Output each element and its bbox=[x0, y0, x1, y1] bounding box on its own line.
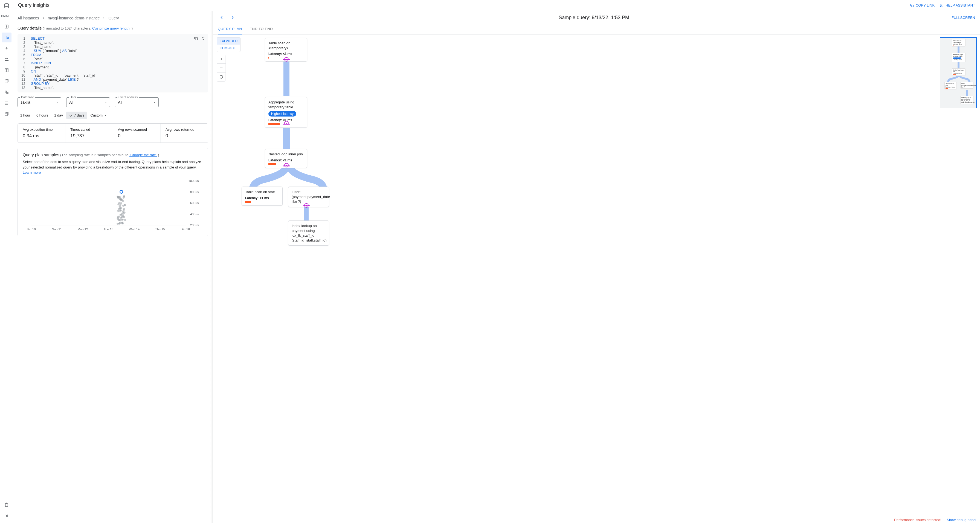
show-debug-link[interactable]: Show debug panel bbox=[947, 518, 976, 522]
svg-point-80 bbox=[118, 197, 119, 199]
plan-node[interactable]: Filter: (payment.payment_date like ?) bbox=[288, 186, 329, 207]
nav-clipboard-icon[interactable] bbox=[2, 500, 11, 510]
performance-alert: Performance issues detected! bbox=[894, 518, 941, 522]
breadcrumb-item[interactable]: Query bbox=[108, 16, 119, 20]
nav-tables-icon[interactable] bbox=[2, 65, 11, 75]
left-sidebar: PRIM… bbox=[0, 0, 13, 523]
svg-point-84 bbox=[120, 191, 123, 193]
next-sample-button[interactable] bbox=[229, 14, 236, 21]
svg-point-79 bbox=[122, 222, 124, 224]
chevron-down-icon bbox=[104, 101, 108, 104]
nav-overview-icon[interactable] bbox=[2, 22, 11, 32]
svg-point-71 bbox=[122, 215, 124, 217]
svg-point-47 bbox=[119, 222, 121, 224]
svg-text:Fri 16: Fri 16 bbox=[182, 227, 189, 231]
sample-query-title: Sample query: 9/13/22, 1:53 PM bbox=[240, 15, 948, 21]
breadcrumb-item[interactable]: mysql-instance-demo-instance bbox=[48, 16, 100, 20]
truncated-note: (Truncated to 1024 characters. Customize… bbox=[43, 26, 133, 30]
breadcrumb: All instances mysql-instance-demo-instan… bbox=[18, 16, 208, 20]
change-rate-link[interactable]: Change the rate. bbox=[129, 153, 157, 157]
svg-point-68 bbox=[117, 217, 119, 219]
svg-text:Mon 12: Mon 12 bbox=[78, 227, 88, 231]
breadcrumb-item[interactable]: All instances bbox=[18, 16, 39, 20]
scatter-chart[interactable]: 200us400us600us800us1000usSat 10Sun 11Mo… bbox=[25, 179, 203, 234]
minimap[interactable]: Table scan on <temporary>Latency: <1 ms … bbox=[940, 37, 977, 108]
svg-text:800us: 800us bbox=[190, 190, 199, 193]
chevron-down-icon bbox=[56, 101, 59, 104]
client-address-filter[interactable]: Client address All bbox=[115, 97, 159, 107]
tab-end-to-end[interactable]: END TO END bbox=[250, 24, 273, 34]
expanded-toggle[interactable]: EXPANDED bbox=[217, 38, 240, 45]
learn-more-link[interactable]: Learn more bbox=[23, 170, 41, 175]
plan-node[interactable]: Index lookup on payment using idx_fk_sta… bbox=[288, 221, 329, 246]
svg-point-83 bbox=[121, 213, 123, 215]
svg-point-81 bbox=[120, 217, 122, 219]
svg-point-60 bbox=[123, 208, 125, 210]
code-gutter: 12345678910111213 bbox=[21, 37, 31, 90]
product-logo-icon bbox=[3, 3, 10, 10]
svg-point-74 bbox=[120, 207, 122, 209]
svg-point-35 bbox=[124, 219, 126, 221]
reset-zoom-button[interactable] bbox=[217, 73, 226, 81]
query-details-title: Query details bbox=[18, 26, 41, 30]
compact-toggle[interactable]: COMPACT bbox=[217, 45, 240, 52]
help-button[interactable]: HELP ASSISTANT bbox=[940, 3, 975, 8]
customize-query-length-link[interactable]: Customize query length. bbox=[92, 26, 130, 30]
query-plan-samples-card: Query plan samples (The sampling rate is… bbox=[18, 148, 208, 236]
plan-graph[interactable]: ▾ ▾ ▾ ▾ Tabl bbox=[213, 35, 980, 523]
copy-code-icon[interactable] bbox=[193, 36, 198, 41]
view-mode-toggle: EXPANDED COMPACT bbox=[217, 37, 240, 52]
svg-point-29 bbox=[122, 200, 124, 202]
edge-knob-icon[interactable]: ▾ bbox=[284, 57, 289, 62]
nav-settings-icon[interactable] bbox=[2, 109, 11, 119]
plan-node[interactable]: Table scan on staff Latency: <1 ms bbox=[242, 186, 283, 206]
nav-operations-icon[interactable] bbox=[2, 98, 11, 108]
nav-replica-icon[interactable] bbox=[2, 87, 11, 97]
nav-insights-icon[interactable] bbox=[2, 33, 11, 42]
time-range-tabs: 1 hour6 hours1 day7 daysCustom bbox=[18, 111, 208, 119]
svg-point-77 bbox=[120, 209, 122, 211]
svg-point-2 bbox=[5, 58, 6, 59]
time-tab-custom[interactable]: Custom bbox=[88, 111, 110, 119]
svg-point-3 bbox=[7, 58, 8, 59]
fullscreen-button[interactable]: FULLSCREEN bbox=[951, 16, 975, 20]
page-title: Query insights bbox=[18, 2, 49, 8]
tab-query-plan[interactable]: QUERY PLAN bbox=[218, 24, 242, 35]
svg-point-63 bbox=[123, 195, 125, 197]
time-tab[interactable]: 6 hours bbox=[33, 111, 51, 119]
svg-rect-5 bbox=[5, 80, 8, 83]
sql-code-block: 12345678910111213 SELECT `first_name`, `… bbox=[18, 33, 208, 92]
svg-text:600us: 600us bbox=[190, 201, 199, 205]
stat-cell: Avg rows scanned0 bbox=[113, 124, 161, 143]
copy-link-label: COPY LINK bbox=[916, 3, 935, 7]
edge-knob-icon[interactable]: ▾ bbox=[304, 203, 309, 208]
nav-import-icon[interactable] bbox=[2, 43, 11, 53]
edge-knob-icon[interactable]: ▾ bbox=[284, 121, 289, 125]
svg-point-82 bbox=[118, 210, 119, 212]
nav-backups-icon[interactable] bbox=[2, 76, 11, 86]
copy-link-button[interactable]: COPY LINK bbox=[910, 3, 935, 8]
zoom-out-button[interactable]: − bbox=[217, 64, 226, 73]
help-label: HELP ASSISTANT bbox=[945, 3, 975, 7]
svg-text:Sat 10: Sat 10 bbox=[27, 227, 35, 231]
code-lines: SELECT `first_name`, `last_name`, SUM ( … bbox=[31, 37, 96, 90]
expand-code-icon[interactable] bbox=[201, 36, 205, 41]
time-tab[interactable]: 1 hour bbox=[18, 111, 33, 119]
edge-knob-icon[interactable]: ▾ bbox=[284, 163, 289, 167]
chevron-right-icon bbox=[102, 16, 106, 20]
user-filter[interactable]: User All bbox=[66, 97, 110, 107]
svg-text:200us: 200us bbox=[190, 224, 199, 227]
project-label[interactable]: PRIM… bbox=[1, 14, 12, 18]
nav-expand-icon[interactable] bbox=[2, 511, 11, 521]
time-tab[interactable]: 7 days bbox=[66, 111, 87, 119]
chevron-down-icon bbox=[153, 101, 156, 104]
zoom-in-button[interactable]: + bbox=[217, 55, 226, 64]
nav-users-icon[interactable] bbox=[2, 54, 11, 64]
stats-row: Avg execution time0.34 msTimes called19,… bbox=[18, 123, 208, 143]
svg-text:Sun 11: Sun 11 bbox=[52, 227, 62, 231]
database-filter[interactable]: Database sakila bbox=[18, 97, 61, 107]
topbar: Query insights COPY LINK HELP ASSISTANT bbox=[13, 0, 980, 11]
prev-sample-button[interactable] bbox=[218, 14, 226, 21]
stat-cell: Times called19,737 bbox=[65, 124, 113, 143]
time-tab[interactable]: 1 day bbox=[51, 111, 66, 119]
